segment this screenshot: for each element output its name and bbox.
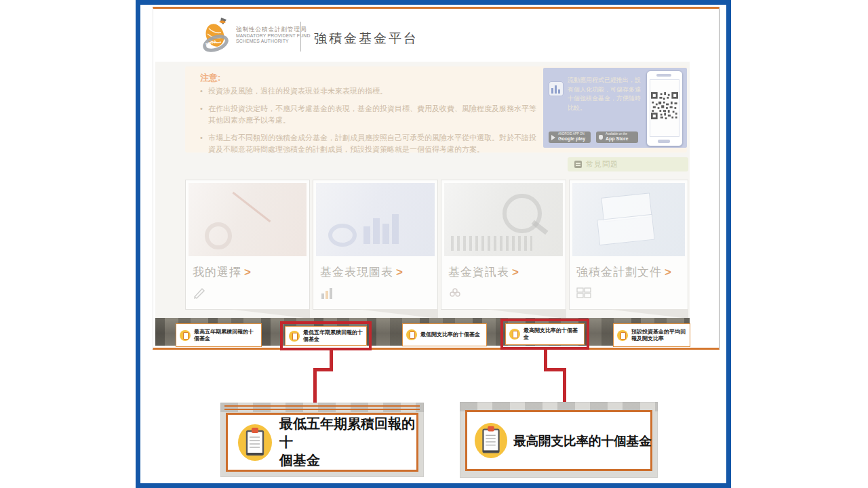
quick-button-label: 最高五年期累積回報的十個基金: [194, 329, 258, 342]
quick-button-label: 最低開支比率的十個基金: [420, 331, 480, 338]
quick-button-label: 最高開支比率的十個基金: [524, 327, 580, 340]
faq-icon: [574, 161, 582, 168]
notice-bullet: 市場上有不同類別的強積金成分基金，計劃成員應按照自己可承受的風險水平從中選取。對…: [200, 132, 542, 155]
chevron-right-icon: >: [244, 266, 252, 279]
org-name-block: 強制性公積金計劃管理局 MANDATORY PROVIDENT FUND SCH…: [236, 26, 311, 45]
org-name-zh: 強制性公積金計劃管理局: [236, 26, 311, 33]
notice-bullet: 在作出投資決定時，不應只考慮基金的表現，基金的投資目標、費用及收費、風險程度及服…: [200, 103, 542, 126]
card-scheme-documents[interactable]: 強積金計劃文件>: [569, 180, 688, 310]
quick-button-label: 最低五年期累積回報的十個基金: [303, 329, 363, 342]
card-fund-performance[interactable]: 基金表現圖表>: [313, 180, 438, 310]
header-divider: [300, 22, 301, 52]
screenshot-panel: MPFA 強制性公積金計劃管理局 MANDATORY PROVIDENT FUN…: [153, 7, 719, 350]
quick-button-dis-average-return[interactable]: 預設投資基金的平均回報及開支比率: [613, 323, 690, 347]
chevron-right-icon: >: [665, 266, 672, 279]
callout-label-line: 最高開支比率的十個基金: [513, 432, 652, 449]
card-title: 強積金計劃文件: [576, 266, 662, 279]
callout-inner: 最高開支比率的十個基金: [465, 410, 652, 471]
phone-speaker: [656, 74, 671, 77]
quick-button-label: 預設投資基金的平均回報及開支比率: [631, 329, 686, 342]
callout-highest-expense-ratio[interactable]: 最高開支比率的十個基金: [460, 402, 658, 478]
callout-label-line: 個基金: [279, 451, 416, 470]
documents-icon: [576, 287, 591, 299]
flower-icon: [448, 287, 462, 299]
pen-icon: [193, 287, 206, 299]
app-store-badge[interactable]: Available on the App Store: [596, 131, 638, 143]
clipboard-icon: [509, 329, 520, 340]
card-image: [444, 183, 563, 256]
card-title: 基金表現圖表: [320, 266, 393, 279]
callout-texture: [220, 403, 424, 412]
qr-code: [651, 92, 678, 119]
clipboard-icon: [617, 330, 628, 341]
store-badges: ANDROID APP ON Google play Available on …: [549, 131, 638, 143]
page-title: 強積金基金平台: [314, 30, 418, 47]
clipboard-icon: [180, 330, 191, 341]
card-image: [316, 183, 435, 256]
clipboard-icon: [406, 329, 417, 340]
phone-screen: [650, 79, 679, 137]
google-play-badge[interactable]: ANDROID APP ON Google play: [549, 131, 591, 143]
highlight-box-lowest-5yr-return: 最低五年期累積回報的十個基金: [280, 321, 372, 350]
notice-bullet: 投資涉及風險，過往的投資表現並非未來表現的指標。: [200, 85, 542, 97]
phone-mockup: [646, 70, 683, 146]
connector-right: [563, 368, 566, 402]
notice-title: 注意:: [200, 72, 220, 84]
quick-button-highest-5yr-return[interactable]: 最高五年期累積回報的十個基金: [176, 323, 262, 347]
bar-chart-icon: [320, 287, 334, 299]
tutorial-canvas: MPFA 強制性公積金計劃管理局 MANDATORY PROVIDENT FUN…: [0, 0, 868, 488]
card-my-choice[interactable]: 我的選擇>: [185, 180, 310, 310]
quick-button-highest-expense-ratio[interactable]: 最高開支比率的十個基金: [505, 323, 585, 345]
app-promo-text: 流動應用程式已經推出，設有個人化功能，可儲存多達十個強積金基金，方便隨時比較。: [568, 76, 644, 113]
badge-store-name: App Store: [606, 136, 638, 142]
app-promo-panel: 流動應用程式已經推出，設有個人化功能，可儲存多達十個強積金基金，方便隨時比較。 …: [543, 68, 687, 148]
callout-accent-line: [224, 405, 420, 407]
org-name-en1: MANDATORY PROVIDENT FUND: [236, 33, 311, 39]
webpage: MPFA 強制性公積金計劃管理局 MANDATORY PROVIDENT FUN…: [155, 11, 690, 346]
badge-store-name: Google play: [558, 136, 591, 142]
chevron-right-icon: >: [396, 266, 403, 279]
callout-lowest-5yr-return[interactable]: 最低五年期累積回報的十 個基金: [220, 403, 424, 477]
clipboard-icon: [237, 423, 273, 462]
notice-bullets: 投資涉及風險，過往的投資表現並非未來表現的指標。 在作出投資決定時，不應只考慮基…: [200, 85, 542, 161]
site-header: MPFA 強制性公積金計劃管理局 MANDATORY PROVIDENT FUN…: [155, 11, 690, 62]
phone-home-button: [658, 140, 670, 143]
app-icon: [549, 81, 564, 96]
card-fund-info[interactable]: 基金資訊表>: [441, 180, 566, 310]
callout-label-line: 最低五年期累積回報的十: [279, 415, 416, 451]
quick-button-lowest-expense-ratio[interactable]: 最低開支比率的十個基金: [402, 323, 487, 346]
quick-button-lowest-5yr-return[interactable]: 最低五年期累積回報的十個基金: [285, 326, 367, 346]
faq-label: 常見問題: [586, 159, 618, 169]
callout-inner: 最低五年期累積回報的十 個基金: [226, 413, 418, 472]
org-name-en2: SCHEMES AUTHORITY: [236, 39, 311, 44]
highlight-box-highest-expense-ratio: 最高開支比率的十個基金: [500, 319, 589, 350]
clipboard-icon: [474, 422, 508, 460]
chevron-right-icon: >: [512, 266, 519, 279]
connector-left: [313, 368, 317, 403]
card-image: [189, 183, 307, 256]
card-title: 我的選擇: [193, 266, 241, 279]
card-image: [572, 183, 685, 256]
card-title: 基金資訊表: [448, 266, 509, 279]
clipboard-icon: [289, 331, 300, 342]
mpfa-logo[interactable]: MPFA: [201, 16, 232, 54]
faq-button[interactable]: 常見問題: [568, 157, 688, 171]
callout-accent-line: [224, 409, 420, 410]
